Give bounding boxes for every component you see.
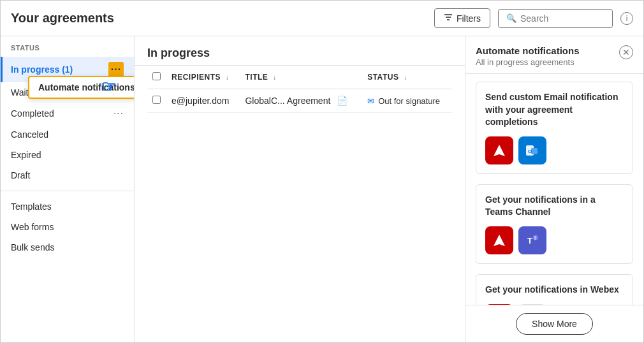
teams-card-title: Get your notifications in a Teams Channe… (485, 194, 624, 219)
automate-popup-label: Automate notifications (38, 82, 135, 92)
search-input[interactable] (520, 13, 604, 24)
status-icon: ✉ (367, 96, 374, 106)
teams-notification-card: Get your notifications in a Teams Channe… (476, 184, 633, 264)
completed-more-dots[interactable]: ··· (113, 108, 124, 119)
recipients-header[interactable]: RECIPIENTS ↓ (166, 66, 240, 89)
content-header: In progress (135, 36, 465, 66)
status-section-label: STATUS (1, 44, 134, 57)
info-icon[interactable]: i (620, 12, 633, 25)
svg-text:O: O (528, 149, 532, 154)
sidebar-item-templates[interactable]: Templates (1, 196, 134, 217)
table-row: e@jupiter.dom GlobalC... Agreement 📄 ✉ O… (147, 89, 452, 113)
svg-rect-5 (531, 148, 538, 154)
table-header-row: RECIPIENTS ↓ TITLE ↓ STATUS ↓ (147, 66, 452, 89)
right-panel-subtitle: All in progress agreements (476, 57, 580, 67)
webex-card-title: Get your notifications in Webex (485, 284, 624, 296)
agreements-table-container: RECIPIENTS ↓ TITLE ↓ STATUS ↓ (135, 66, 465, 342)
search-icon: 🔍 (506, 13, 516, 23)
checkbox-header (147, 66, 166, 89)
right-panel-title-group: Automate notifications All in progress a… (476, 45, 580, 67)
cursor-hand-icon: ☞ (101, 77, 116, 97)
row-checkbox[interactable] (152, 96, 161, 104)
right-panel-header: Automate notifications All in progress a… (465, 36, 643, 74)
main-layout: STATUS In progress (1) ··· Automate noti… (1, 36, 643, 342)
svg-marker-3 (494, 145, 505, 156)
right-panel-title: Automate notifications (476, 45, 580, 56)
top-bar: Your agreements Filters 🔍 i (1, 1, 643, 36)
status-text: Out for signature (378, 96, 440, 106)
close-button[interactable]: ✕ (619, 45, 633, 59)
sidebar-item-web-forms-label: Web forms (11, 222, 124, 232)
doc-icon: 📄 (337, 96, 348, 106)
close-icon: ✕ (622, 47, 630, 57)
svg-marker-7 (494, 235, 505, 246)
sidebar-item-completed-label: Completed (11, 108, 113, 119)
email-notification-card: Send custom Email notification with your… (476, 82, 633, 174)
title-header[interactable]: TITLE ↓ (240, 66, 362, 89)
more-options-button[interactable]: ··· (108, 62, 124, 77)
sidebar-item-bulk-sends[interactable]: Bulk sends (1, 237, 134, 258)
sidebar-item-bulk-sends-label: Bulk sends (11, 242, 124, 252)
status-cell: ✉ Out for signature (362, 89, 452, 113)
email-card-title: Send custom Email notification with your… (485, 91, 624, 129)
info-symbol: i (626, 14, 628, 23)
teams-icon[interactable]: T T (518, 226, 546, 254)
sidebar-item-draft[interactable]: Draft (1, 165, 134, 186)
filter-icon (444, 13, 453, 24)
sidebar-item-web-forms[interactable]: Web forms (1, 217, 134, 237)
email-card-icons: O (485, 136, 624, 164)
sidebar-item-canceled[interactable]: Canceled (1, 124, 134, 145)
filter-label: Filters (457, 13, 481, 24)
adobe-icon[interactable] (485, 136, 513, 164)
automate-notifications-popup[interactable]: Automate notifications (28, 76, 135, 99)
select-all-checkbox[interactable] (152, 72, 161, 80)
svg-text:T: T (527, 236, 532, 245)
status-sort-icon: ↓ (404, 74, 407, 81)
agreements-table: RECIPIENTS ↓ TITLE ↓ STATUS ↓ (147, 66, 452, 113)
svg-text:T: T (534, 236, 537, 240)
sidebar-item-expired[interactable]: Expired (1, 145, 134, 165)
recipient-cell: e@jupiter.dom (166, 89, 240, 113)
status-header[interactable]: STATUS ↓ (362, 66, 452, 89)
filter-button[interactable]: Filters (434, 8, 490, 28)
recipients-sort-icon: ↓ (226, 74, 230, 81)
right-panel-content: Send custom Email notification with your… (465, 74, 643, 305)
title-sort-icon: ↓ (273, 74, 277, 81)
sidebar-item-in-progress-label: In progress (1) (11, 64, 108, 75)
show-more-button[interactable]: Show More (516, 313, 593, 335)
sidebar-item-expired-label: Expired (11, 150, 124, 160)
status-badge: ✉ Out for signature (367, 96, 447, 106)
webex-notification-card: Get your notifications in Webex (476, 274, 633, 305)
sidebar-item-completed[interactable]: Completed ··· (1, 103, 134, 124)
sidebar-divider (1, 191, 134, 191)
content-area: In progress RECIPIENTS ↓ (135, 36, 465, 342)
sidebar-item-in-progress[interactable]: In progress (1) ··· Automate notificatio… (1, 57, 134, 82)
teams-card-icons: T T (485, 226, 624, 254)
adobe-icon-2[interactable] (485, 226, 513, 254)
right-panel: Automate notifications All in progress a… (465, 36, 643, 342)
sidebar-item-templates-label: Templates (11, 201, 124, 212)
search-box: 🔍 (498, 9, 613, 28)
sidebar: STATUS In progress (1) ··· Automate noti… (1, 36, 135, 342)
right-panel-footer: Show More (465, 305, 643, 342)
sidebar-item-canceled-label: Canceled (11, 129, 124, 140)
content-heading: In progress (147, 47, 452, 60)
page-title: Your agreements (11, 11, 114, 26)
title-cell: GlobalC... Agreement 📄 (240, 89, 362, 113)
row-checkbox-cell (147, 89, 166, 113)
sidebar-item-draft-label: Draft (11, 170, 124, 180)
outlook-icon[interactable]: O (518, 136, 546, 164)
